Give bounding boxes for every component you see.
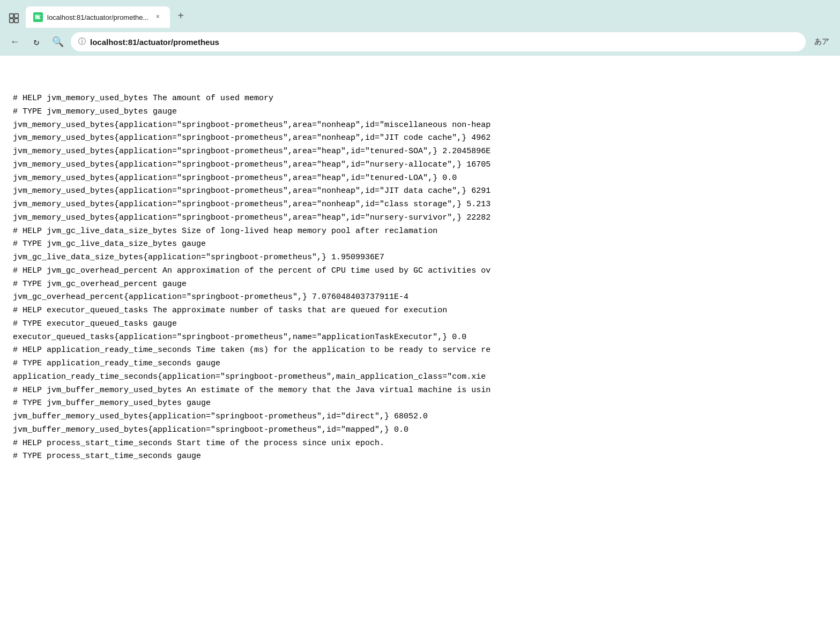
search-button[interactable]: 🔍	[49, 33, 66, 50]
svg-rect-3	[14, 19, 18, 22]
content-line-17: # TYPE executor_queued_tasks gauge	[13, 318, 827, 331]
active-tab[interactable]: ✕ K localhost:81/actuator/promethe... ×	[26, 6, 170, 28]
language-toggle[interactable]: あア	[810, 35, 834, 49]
content-line-0: # HELP jvm_memory_used_bytes The amount …	[13, 92, 827, 106]
content-line-22: # HELP jvm_buffer_memory_used_bytes An e…	[13, 384, 827, 397]
content-line-27: # TYPE process_start_time_seconds gauge	[13, 450, 827, 463]
browser-chrome: ✕ K localhost:81/actuator/promethe... × …	[0, 0, 840, 56]
content-line-4: jvm_memory_used_bytes{application="sprin…	[13, 145, 827, 159]
content-line-19: # HELP application_ready_time_seconds Ti…	[13, 344, 827, 357]
content-line-6: jvm_memory_used_bytes{application="sprin…	[13, 172, 827, 185]
content-line-24: jvm_buffer_memory_used_bytes{application…	[13, 410, 827, 424]
back-button[interactable]: ←	[6, 33, 24, 50]
content-line-12: jvm_gc_live_data_size_bytes{application=…	[13, 251, 827, 265]
refresh-button[interactable]: ↻	[28, 33, 45, 50]
content-line-11: # TYPE jvm_gc_live_data_size_bytes gauge	[13, 238, 827, 251]
tab-close-button[interactable]: ×	[153, 12, 162, 22]
svg-text:K: K	[35, 13, 40, 21]
content-line-14: # TYPE jvm_gc_overhead_percent gauge	[13, 278, 827, 291]
address-bar-input[interactable]	[90, 37, 798, 47]
nav-bar: ← ↻ 🔍 ⓘ あア	[0, 28, 840, 56]
content-line-20: # TYPE application_ready_time_seconds ga…	[13, 357, 827, 371]
new-page-icon[interactable]	[4, 9, 24, 28]
content-line-1: # TYPE jvm_memory_used_bytes gauge	[13, 106, 827, 119]
content-line-23: # TYPE jvm_buffer_memory_used_bytes gaug…	[13, 397, 827, 410]
content-line-3: jvm_memory_used_bytes{application="sprin…	[13, 132, 827, 145]
address-bar-container[interactable]: ⓘ	[71, 32, 806, 51]
content-line-16: # HELP executor_queued_tasks The approxi…	[13, 304, 827, 318]
content-line-7: jvm_memory_used_bytes{application="sprin…	[13, 185, 827, 198]
content-line-15: jvm_gc_overhead_percent{application="spr…	[13, 291, 827, 304]
content-line-5: jvm_memory_used_bytes{application="sprin…	[13, 159, 827, 172]
content-line-13: # HELP jvm_gc_overhead_percent An approx…	[13, 265, 827, 278]
svg-rect-1	[14, 14, 18, 18]
tab-title: localhost:81/actuator/promethe...	[47, 13, 148, 21]
content-line-18: executor_queued_tasks{application="sprin…	[13, 331, 827, 344]
new-tab-button[interactable]: +	[172, 7, 189, 25]
svg-rect-0	[10, 14, 13, 18]
content-line-21: application_ready_time_seconds{applicati…	[13, 371, 827, 384]
svg-rect-2	[10, 19, 13, 22]
content-line-8: jvm_memory_used_bytes{application="sprin…	[13, 198, 827, 212]
content-line-10: # HELP jvm_gc_live_data_size_bytes Size …	[13, 225, 827, 238]
prometheus-content: # HELP jvm_memory_used_bytes The amount …	[0, 56, 840, 474]
content-line-9: jvm_memory_used_bytes{application="sprin…	[13, 212, 827, 225]
content-line-25: jvm_buffer_memory_used_bytes{application…	[13, 424, 827, 437]
address-info-icon: ⓘ	[78, 37, 86, 47]
tab-bar: ✕ K localhost:81/actuator/promethe... × …	[0, 0, 840, 28]
content-line-26: # HELP process_start_time_seconds Start …	[13, 437, 827, 451]
content-line-2: jvm_memory_used_bytes{application="sprin…	[13, 119, 827, 132]
tab-favicon: ✕ K	[33, 12, 43, 22]
